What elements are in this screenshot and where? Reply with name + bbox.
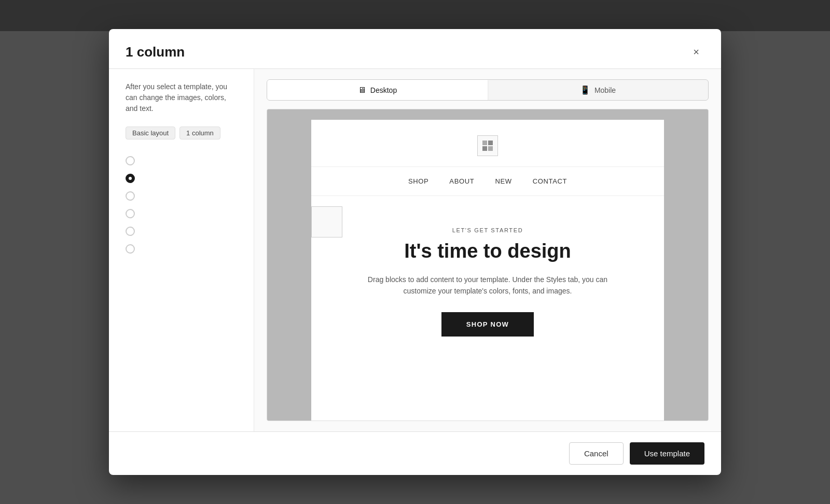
radio-circle-4 xyxy=(126,209,135,218)
template-preview-area: SHOP ABOUT NEW CONTACT LET'S GET STARTED xyxy=(267,109,709,421)
radio-item-2[interactable] xyxy=(126,174,237,183)
template-body-text: Drag blocks to add content to your templ… xyxy=(363,274,612,297)
breadcrumb-current[interactable]: 1 column xyxy=(179,127,220,139)
template-nav: SHOP ABOUT NEW CONTACT xyxy=(311,167,664,196)
template-logo xyxy=(477,135,498,156)
desktop-icon: 🖥 xyxy=(358,86,366,95)
radio-circle-6 xyxy=(126,244,135,254)
left-panel: After you select a template, you can cha… xyxy=(109,69,254,431)
mobile-icon: 📱 xyxy=(580,85,590,95)
nav-item-about: ABOUT xyxy=(449,177,474,185)
template-logo-area xyxy=(311,120,664,167)
modal-body: After you select a template, you can cha… xyxy=(109,69,721,431)
nav-item-new: NEW xyxy=(495,177,511,185)
mobile-view-button[interactable]: 📱 Mobile xyxy=(488,80,708,100)
nav-item-contact: CONTACT xyxy=(533,177,567,185)
modal-backdrop: 1 column × After you select a template, … xyxy=(0,0,830,504)
modal-footer: Cancel Use template xyxy=(109,431,721,475)
template-inner: SHOP ABOUT NEW CONTACT LET'S GET STARTED xyxy=(311,120,664,421)
modal-dialog: 1 column × After you select a template, … xyxy=(109,29,721,475)
template-hero-image xyxy=(311,206,342,237)
modal-title: 1 column xyxy=(126,44,185,60)
cancel-button[interactable]: Cancel xyxy=(569,442,624,465)
template-preview: SHOP ABOUT NEW CONTACT LET'S GET STARTED xyxy=(267,109,708,421)
template-headline: It's time to design xyxy=(332,240,643,263)
use-template-button[interactable]: Use template xyxy=(630,442,704,465)
radio-circle-3 xyxy=(126,191,135,201)
radio-circle-2 xyxy=(126,174,135,183)
right-panel: 🖥 Desktop 📱 Mobile xyxy=(254,69,721,431)
mobile-label: Mobile xyxy=(594,86,616,94)
nav-item-shop: SHOP xyxy=(408,177,428,185)
radio-item-6[interactable] xyxy=(126,244,237,254)
svg-rect-1 xyxy=(488,141,493,145)
template-radio-list xyxy=(126,156,237,254)
preview-scrollable[interactable]: SHOP ABOUT NEW CONTACT LET'S GET STARTED xyxy=(267,109,708,421)
breadcrumb: Basic layout 1 column xyxy=(126,127,237,139)
template-hero: LET'S GET STARTED It's time to design Dr… xyxy=(311,196,664,362)
view-toggle: 🖥 Desktop 📱 Mobile xyxy=(267,79,709,101)
radio-item-4[interactable] xyxy=(126,209,237,218)
desktop-label: Desktop xyxy=(370,86,397,94)
description-text: After you select a template, you can cha… xyxy=(126,81,237,114)
radio-item-5[interactable] xyxy=(126,227,237,236)
svg-rect-3 xyxy=(488,146,493,151)
radio-item-3[interactable] xyxy=(126,191,237,201)
desktop-view-button[interactable]: 🖥 Desktop xyxy=(267,80,488,100)
template-eyebrow: LET'S GET STARTED xyxy=(332,227,643,233)
radio-item-1[interactable] xyxy=(126,156,237,165)
modal-header: 1 column × xyxy=(109,29,721,69)
breadcrumb-parent[interactable]: Basic layout xyxy=(126,127,175,139)
radio-circle-5 xyxy=(126,227,135,236)
svg-rect-0 xyxy=(482,141,487,145)
template-cta-button[interactable]: SHOP NOW xyxy=(441,312,534,337)
modal-close-button[interactable]: × xyxy=(688,44,704,60)
svg-rect-2 xyxy=(482,146,487,151)
radio-circle-1 xyxy=(126,156,135,165)
